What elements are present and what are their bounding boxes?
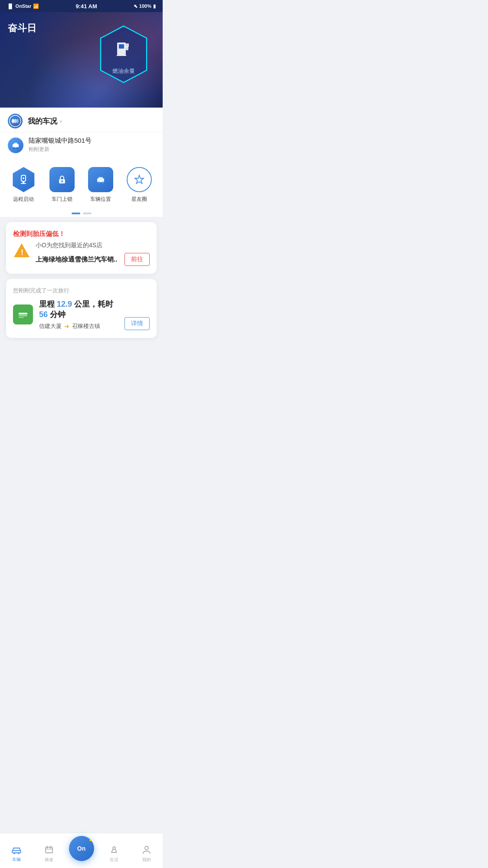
svg-text:!: ! — [21, 248, 23, 257]
action-door-lock[interactable]: 车门上锁 — [46, 167, 78, 203]
location-text: 陆家嘴银城中路501号 刚刚更新 — [29, 137, 155, 153]
svg-point-22 — [98, 182, 99, 183]
battery-icon: ▮ — [153, 3, 156, 9]
trip-distance: 12.9 — [57, 300, 72, 308]
location-row: 陆家嘴银城中路501号 刚刚更新 — [0, 132, 163, 159]
svg-rect-11 — [14, 143, 17, 145]
trip-duration-unit: 分钟 — [50, 310, 66, 319]
pagination-dots — [0, 208, 163, 217]
carrier-name: OnStar — [16, 3, 32, 9]
svg-marker-24 — [135, 175, 144, 183]
trip-icon — [13, 305, 33, 324]
alert-shop-row: 上海绿地徐通雪佛兰汽车销.. 前往 — [36, 253, 150, 266]
alert-title: 检测到胎压偏低！ — [13, 230, 150, 238]
star-circle-icon-bg — [127, 167, 152, 192]
trip-duration: 56 — [39, 310, 48, 319]
car-location-icon-bg — [88, 167, 113, 192]
dot-inactive — [83, 213, 92, 214]
action-remote-start[interactable]: 远程启动 — [8, 167, 39, 203]
trip-body: 里程 12.9 公里，耗时 56 分钟 信建大厦 ➜ 召稼楼古镇 详情 — [13, 299, 150, 330]
action-car-location[interactable]: 车辆位置 — [85, 167, 116, 203]
trip-route: 信建大厦 ➜ 召稼楼古镇 — [39, 322, 118, 330]
door-lock-label: 车门上锁 — [52, 196, 72, 203]
svg-rect-5 — [117, 55, 126, 56]
status-bar: ▐▌ OnStar 📶 9:41 AM ⬉ 100% ▮ — [0, 0, 163, 12]
trip-distance-unit: 公里，耗时 — [74, 300, 113, 308]
svg-point-12 — [13, 147, 15, 149]
trip-to: 召稼楼古镇 — [72, 322, 100, 330]
trip-info: 里程 12.9 公里，耗时 56 分钟 信建大厦 ➜ 召稼楼古镇 — [39, 299, 118, 330]
remote-start-icon-bg — [11, 167, 36, 192]
trip-from: 信建大厦 — [39, 322, 62, 330]
door-lock-icon-bg — [49, 167, 75, 192]
alert-description: 小O为您找到最近的4S店 — [36, 242, 150, 249]
fuel-widget[interactable]: 燃油余量 — [98, 24, 150, 84]
chevron-right-icon: › — [60, 118, 62, 124]
bluetooth-icon: ⬉ — [134, 3, 138, 9]
warning-triangle-icon: ! — [13, 242, 30, 259]
trip-header: 您刚刚完成了一次旅行 — [13, 287, 150, 295]
car-location-icon — [8, 138, 23, 153]
action-star-circle[interactable]: 星友圈 — [124, 167, 155, 203]
hero-section: 奋斗日 燃油余量 — [0, 12, 163, 108]
svg-rect-27 — [19, 313, 27, 314]
status-right: ⬉ 100% ▮ — [134, 3, 156, 9]
alert-text-section: 小O为您找到最近的4S店 上海绿地徐通雪佛兰汽车销.. 前往 — [36, 242, 150, 266]
remote-start-label: 远程启动 — [13, 196, 34, 203]
main-content: ▐▌ OnStar 📶 9:41 AM ⬉ 100% ▮ 奋斗日 — [0, 0, 163, 378]
fuel-label: 燃油余量 — [112, 67, 135, 75]
alert-goto-button[interactable]: 前往 — [124, 253, 150, 266]
svg-rect-29 — [19, 317, 24, 318]
location-last-updated: 刚刚更新 — [29, 146, 155, 153]
car-status-section: 我的车况 › 陆家嘴银城中路501号 刚刚更新 — [0, 108, 163, 217]
trip-distance-label: 里程 — [39, 300, 55, 308]
quick-actions-row: 远程启动 车门上锁 — [0, 167, 163, 203]
battery-level: 100% — [139, 3, 151, 9]
svg-point-19 — [61, 180, 63, 182]
svg-rect-16 — [21, 183, 26, 184]
car-status-row[interactable]: 我的车况 › — [0, 108, 163, 132]
svg-point-13 — [16, 147, 18, 149]
status-left: ▐▌ OnStar 📶 — [7, 3, 39, 9]
svg-point-9 — [16, 119, 19, 123]
trip-stats: 里程 12.9 公里，耗时 56 分钟 — [39, 299, 118, 320]
star-circle-label: 星友圈 — [131, 196, 147, 203]
svg-rect-28 — [19, 315, 27, 316]
svg-point-17 — [23, 177, 24, 179]
alert-card: 检测到胎压偏低！ ! 小O为您找到最近的4S店 上海绿地徐通雪佛兰汽车销.. 前… — [6, 222, 157, 274]
wifi-icon: 📶 — [33, 3, 39, 9]
trip-detail-button[interactable]: 详情 — [124, 317, 150, 330]
quick-actions: 远程启动 车门上锁 — [0, 159, 163, 208]
svg-rect-1 — [119, 44, 124, 49]
trip-card: 您刚刚完成了一次旅行 里程 12.9 公里，耗时 56 分钟 信建大厦 — [6, 279, 157, 338]
car-location-label: 车辆位置 — [90, 196, 111, 203]
fuel-pump-icon — [115, 38, 132, 62]
fuel-content: 燃油余量 — [112, 38, 135, 75]
alert-shop-name: 上海绿地徐通雪佛兰汽车销.. — [36, 255, 124, 264]
signal-icon: ▐▌ — [7, 3, 14, 9]
alert-body: ! 小O为您找到最近的4S店 上海绿地徐通雪佛兰汽车销.. 前往 — [13, 242, 150, 266]
svg-point-23 — [102, 182, 103, 183]
dot-active — [72, 213, 80, 214]
trip-arrow-icon: ➜ — [64, 323, 69, 330]
car-status-label: 我的车况 — [28, 116, 57, 126]
status-time: 9:41 AM — [75, 3, 97, 10]
svg-rect-21 — [98, 177, 103, 179]
location-address: 陆家嘴银城中路501号 — [29, 137, 155, 145]
buick-logo — [8, 114, 23, 128]
hero-title: 奋斗日 — [8, 22, 36, 35]
